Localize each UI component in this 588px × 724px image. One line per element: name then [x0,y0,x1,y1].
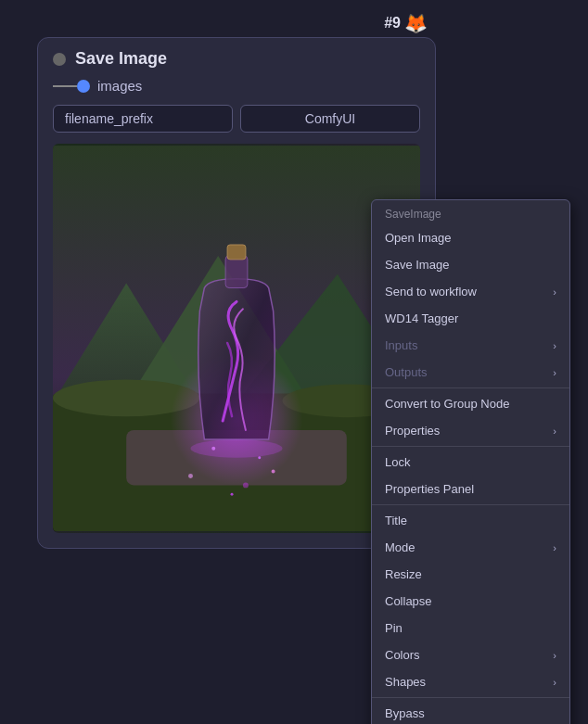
convert-to-group-divider [372,387,569,388]
svg-point-16 [243,482,249,488]
badge-number: #9 [384,15,401,32]
menu-item-label: Collapse [385,594,432,608]
menu-item-label: Title [385,514,407,527]
images-connector-dot [77,80,90,93]
context-menu: SaveImageOpen ImageSave ImageSend to wor… [371,199,570,724]
menu-item-label: Pin [385,621,403,635]
node-badge: #9 🦊 [384,12,428,34]
menu-item-colors[interactable]: Colors› [372,641,569,668]
bottle-svg [53,144,420,533]
menu-item-label: Send to workflow [385,285,477,298]
menu-item-title[interactable]: Title [372,507,569,534]
menu-item-save-image[interactable]: Save Image [372,251,569,278]
svg-point-12 [258,456,261,459]
svg-rect-9 [225,256,248,288]
node-status-dot [53,53,66,66]
menu-item-label: Outputs [385,365,428,379]
menu-item-label: Shapes [385,675,426,689]
menu-item-label: Properties Panel [385,482,474,496]
menu-item-collapse[interactable]: Collapse [372,588,569,615]
menu-item-label: Lock [385,455,410,469]
submenu-arrow-icon: › [553,426,556,437]
menu-item-label: Bypass [385,706,425,720]
submenu-arrow-icon: › [553,542,556,553]
svg-rect-10 [227,245,246,260]
menu-item-convert-to-group-node[interactable]: Convert to Group Node [372,390,569,417]
menu-item-label: Save Image [385,258,449,272]
menu-item-label: Colors [385,648,420,662]
menu-item-label: WD14 Tagger [385,311,458,325]
menu-item-label: Mode [385,540,415,554]
menu-item-lock[interactable]: Lock [372,449,569,476]
node-header: Save Image [38,38,435,76]
properties-divider [372,446,569,447]
menu-item-outputs: Outputs› [372,359,569,386]
fox-icon: 🦊 [404,12,428,34]
svg-point-14 [272,470,275,474]
menu-item-inputs: Inputs› [372,332,569,359]
node-image [53,144,420,533]
svg-point-15 [231,493,234,496]
submenu-arrow-icon: › [553,677,556,688]
submenu-arrow-icon: › [553,286,556,298]
menu-item-wd14-tagger[interactable]: WD14 Tagger [372,305,569,332]
menu-item-open-image[interactable]: Open Image [372,224,569,251]
svg-point-17 [191,439,283,458]
menu-item-mode[interactable]: Mode› [372,534,569,561]
filename-prefix-input[interactable]: filename_prefix [53,105,233,133]
menu-section-save-image-header: SaveImage [372,200,569,224]
menu-item-label: Convert to Group Node [385,397,509,411]
svg-point-13 [188,474,193,478]
submenu-arrow-icon: › [553,340,556,351]
connector-line [53,85,77,87]
menu-item-pin[interactable]: Pin [372,615,569,641]
menu-item-shapes[interactable]: Shapes› [372,668,569,695]
title-divider [372,504,569,505]
menu-item-resize[interactable]: Resize [372,561,569,588]
menu-item-label: Resize [385,567,422,581]
menu-item-properties[interactable]: Properties› [372,417,569,444]
submenu-arrow-icon: › [553,367,556,378]
menu-item-send-to-workflow[interactable]: Send to workflow› [372,278,569,305]
menu-item-bypass[interactable]: Bypass [372,700,569,724]
input-row: filename_prefix ComfyUI [38,101,435,136]
menu-item-label: Properties [385,424,440,438]
shapes-divider [372,697,569,698]
menu-item-label: Open Image [385,231,452,245]
images-label: images [97,78,142,94]
menu-item-properties-panel[interactable]: Properties Panel [372,476,569,502]
submenu-arrow-icon: › [553,650,556,661]
node-title: Save Image [75,49,167,69]
menu-item-label: Inputs [385,338,417,352]
comfyui-input[interactable]: ComfyUI [240,105,420,133]
